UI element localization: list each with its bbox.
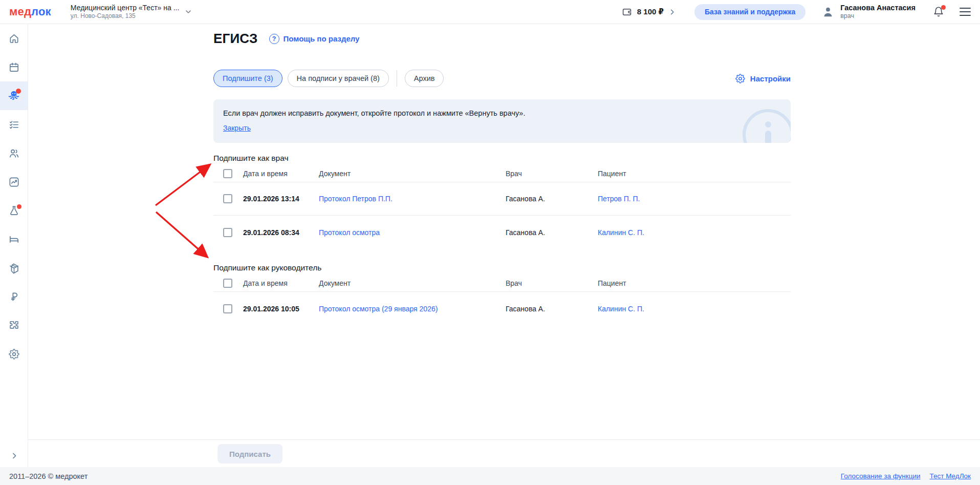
sidebar-item-patients[interactable]: [0, 139, 28, 167]
banner-text: Если врач должен исправить документ, отк…: [223, 109, 778, 117]
user-menu[interactable]: Гасанова Анастасия врач: [821, 3, 916, 20]
integrations-puzzle-icon: [8, 320, 20, 331]
notification-dot: [941, 5, 946, 10]
sidebar-item-integrations[interactable]: [0, 311, 28, 340]
info-banner: Если врач должен исправить документ, отк…: [213, 99, 791, 143]
sign-button[interactable]: Подписать: [217, 444, 282, 463]
sidebar-item-settings[interactable]: [0, 340, 28, 368]
row-checkbox-cell: [213, 292, 243, 325]
menu-icon[interactable]: [960, 8, 971, 16]
col-header-document: Документ: [319, 165, 506, 182]
col-header-datetime: Дата и время: [243, 275, 319, 292]
app-window: медлок Медицинский центр «Тест» на ... у…: [0, 0, 980, 485]
col-header-document: Документ: [319, 275, 506, 292]
sidebar-item-home[interactable]: [0, 24, 28, 53]
home-icon: [8, 33, 20, 45]
row-doctor: Гасанова А.: [506, 292, 598, 325]
top-header: медлок Медицинский центр «Тест» на ... у…: [0, 0, 980, 24]
sidebar-item-lab[interactable]: [0, 196, 28, 225]
clinic-address: ул. Ново-Садовая, 135: [71, 12, 179, 20]
row-patient-cell: Калинин С. П.: [598, 292, 791, 325]
document-link[interactable]: Протокол Петров П.П.: [319, 195, 393, 203]
egisz-badge-dot: [16, 89, 21, 94]
row-datetime: 29.01.2026 08:34: [243, 216, 319, 249]
patient-link[interactable]: Калинин С. П.: [598, 305, 644, 313]
col-header-datetime: Дата и время: [243, 165, 319, 182]
col-header-patient: Пациент: [598, 165, 791, 182]
row-datetime: 29.01.2026 13:14: [243, 182, 319, 216]
main-area: ЕГИСЗ ? Помощь по разделу Подпишите (3) …: [28, 24, 980, 467]
row-checkbox-cell: [213, 182, 243, 216]
checklist-icon: [8, 119, 20, 131]
chevron-down-icon[interactable]: [184, 8, 192, 16]
tab-sign[interactable]: Подпишите (3): [213, 70, 282, 87]
settings-gear-icon: [8, 348, 20, 360]
page-title: ЕГИСЗ: [213, 31, 258, 47]
sidebar-item-payments[interactable]: [0, 282, 28, 311]
question-circle-icon: ?: [269, 34, 279, 44]
medlok-logo[interactable]: медлок: [9, 5, 51, 18]
sidebar-item-calendar[interactable]: [0, 53, 28, 81]
user-name: Гасанова Анастасия: [840, 3, 916, 12]
sidebar-item-hospital[interactable]: [0, 225, 28, 254]
col-header-doctor: Врач: [506, 165, 598, 182]
tab-archive[interactable]: Архив: [405, 70, 444, 87]
table-sign-as-supervisor: Дата и время Документ Врач Пациент 29.01…: [213, 275, 791, 325]
clinic-selector[interactable]: Медицинский центр «Тест» на ... ул. Ново…: [71, 4, 179, 20]
settings-link[interactable]: Настройки: [735, 73, 791, 84]
row-document-cell: Протокол Петров П.П.: [319, 182, 506, 216]
select-all-checkbox[interactable]: [223, 279, 232, 288]
section-title-doctor: Подпишите как врач: [213, 154, 791, 163]
help-link-label: Помощь по разделу: [284, 34, 360, 43]
row-doctor: Гасанова А.: [506, 182, 598, 216]
row-patient-cell: Петров П. П.: [598, 182, 791, 216]
sidebar-item-warehouse[interactable]: [0, 254, 28, 282]
row-datetime: 29.01.2026 10:05: [243, 292, 319, 325]
col-header-patient: Пациент: [598, 275, 791, 292]
payments-ruble-icon: [8, 291, 20, 303]
knowledge-base-button[interactable]: База знаний и поддержка: [694, 4, 805, 20]
bell-icon[interactable]: [933, 6, 944, 17]
patient-link[interactable]: Калинин С. П.: [598, 228, 644, 237]
page-content: ЕГИСЗ ? Помощь по разделу Подпишите (3) …: [213, 24, 791, 325]
row-patient-cell: Калинин С. П.: [598, 216, 791, 249]
footer-link-test-medlok[interactable]: Тест МедЛок: [930, 472, 971, 480]
tab-divider: [397, 70, 397, 87]
tab-awaiting-doctors[interactable]: На подписи у врачей (8): [288, 70, 389, 87]
logo-part-red: мед: [9, 5, 31, 18]
avatar-person-icon: [821, 5, 835, 19]
page-footer: 2011–2026 © медрокет Голосование за функ…: [0, 467, 980, 485]
row-doctor: Гасанова А.: [506, 216, 598, 249]
patient-link[interactable]: Петров П. П.: [598, 195, 640, 203]
sidebar-item-egisz[interactable]: [0, 81, 28, 110]
banner-close-link[interactable]: Закрыть: [223, 124, 251, 132]
row-checkbox-cell: [213, 216, 243, 249]
user-role: врач: [840, 12, 916, 20]
annotation-arrows: [148, 159, 220, 265]
select-all-checkbox[interactable]: [223, 169, 232, 178]
row-checkbox[interactable]: [223, 194, 232, 203]
balance-widget[interactable]: 8 100 ₽: [622, 7, 676, 17]
logo-part-blue: лок: [31, 5, 51, 18]
footer-link-feature-voting[interactable]: Голосование за функции: [841, 472, 921, 480]
analytics-icon: [8, 176, 20, 188]
row-checkbox[interactable]: [223, 228, 232, 237]
gear-icon: [735, 73, 746, 84]
row-checkbox[interactable]: [223, 304, 232, 313]
hospital-bed-icon: [8, 234, 20, 245]
row-document-cell: Протокол осмотра: [319, 216, 506, 249]
settings-link-label: Настройки: [750, 74, 791, 83]
sidebar-collapse-button[interactable]: [0, 452, 28, 460]
sidebar-item-tasks[interactable]: [0, 110, 28, 139]
section-help-link[interactable]: ? Помощь по разделу: [269, 34, 360, 44]
document-link[interactable]: Протокол осмотра (29 января 2026): [319, 305, 438, 313]
document-link[interactable]: Протокол осмотра: [319, 228, 380, 237]
calendar-icon: [8, 61, 20, 73]
table-sign-as-doctor: Дата и время Документ Врач Пациент 29.01…: [213, 165, 791, 249]
sidebar-item-analytics[interactable]: [0, 167, 28, 196]
wallet-icon: [622, 7, 633, 17]
balance-amount: 8 100 ₽: [637, 7, 664, 16]
select-all-cell: [213, 275, 243, 292]
select-all-cell: [213, 165, 243, 182]
section-title-supervisor: Подпишите как руководитель: [213, 263, 791, 272]
